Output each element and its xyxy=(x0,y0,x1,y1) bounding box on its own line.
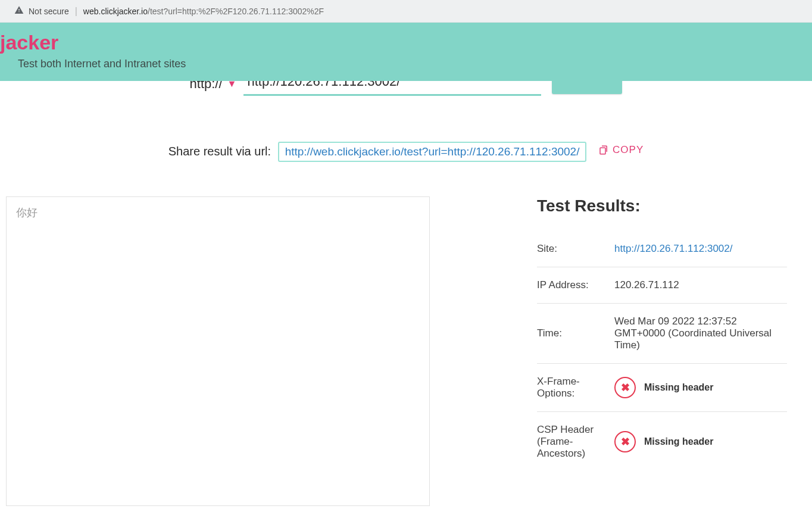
main-area: 你好 Test Results: Site: http://120.26.71.… xyxy=(0,196,812,506)
iframe-content: 你好 xyxy=(16,207,38,218)
result-row-time: Time: Wed Mar 09 2022 12:37:52 GMT+0000 … xyxy=(537,304,787,364)
brand-title: jacker xyxy=(0,31,812,54)
result-label: CSP Header (Frame-Ancestors) xyxy=(537,424,614,460)
result-row-csp: CSP Header (Frame-Ancestors) ✖ Missing h… xyxy=(537,412,787,472)
error-icon: ✖ xyxy=(614,377,636,398)
copy-icon xyxy=(598,145,609,155)
security-label: Not secure xyxy=(29,7,69,16)
result-row-ip: IP Address: 120.26.71.112 xyxy=(537,267,787,304)
result-ip-value: 120.26.71.112 xyxy=(614,279,787,291)
brand-tagline: Test both Internet and Intranet sites xyxy=(18,58,812,70)
result-csp-status: Missing header xyxy=(644,436,713,447)
address-separator: | xyxy=(75,6,77,17)
search-section: http:// ▼ xyxy=(0,81,812,98)
not-secure-icon xyxy=(14,5,24,17)
results-panel: Test Results: Site: http://120.26.71.112… xyxy=(537,196,787,506)
share-url-box[interactable]: http://web.clickjacker.io/test?url=http:… xyxy=(278,142,587,162)
chevron-down-icon[interactable]: ▼ xyxy=(227,81,237,89)
browser-address-bar: Not secure | web.clickjacker.io/test?url… xyxy=(0,0,812,23)
result-time-value: Wed Mar 09 2022 12:37:52 GMT+0000 (Coord… xyxy=(614,316,787,351)
result-row-xframe: X-Frame-Options: ✖ Missing header xyxy=(537,364,787,412)
url-path[interactable]: /test?url=http:%2F%2F120.26.71.112:3002%… xyxy=(148,7,324,16)
protocol-label[interactable]: http:// xyxy=(190,81,223,92)
result-label: Time: xyxy=(537,327,614,339)
result-xframe-status: Missing header xyxy=(644,382,713,393)
result-label: X-Frame-Options: xyxy=(537,376,614,399)
share-section: Share result via url: http://web.clickja… xyxy=(0,142,812,162)
result-site-link[interactable]: http://120.26.71.112:3002/ xyxy=(614,243,787,255)
results-title: Test Results: xyxy=(537,196,787,216)
iframe-preview[interactable]: 你好 xyxy=(6,196,430,506)
copy-label: COPY xyxy=(613,144,644,156)
test-button[interactable] xyxy=(552,81,622,94)
share-label: Share result via url: xyxy=(168,145,271,158)
result-row-site: Site: http://120.26.71.112:3002/ xyxy=(537,231,787,267)
site-header: jacker Test both Internet and Intranet s… xyxy=(0,23,812,81)
copy-button[interactable]: COPY xyxy=(598,144,644,156)
result-label: IP Address: xyxy=(537,279,614,291)
url-host[interactable]: web.clickjacker.io xyxy=(83,7,148,16)
target-url-input[interactable] xyxy=(243,81,541,96)
error-icon: ✖ xyxy=(614,431,636,452)
result-label: Site: xyxy=(537,243,614,255)
